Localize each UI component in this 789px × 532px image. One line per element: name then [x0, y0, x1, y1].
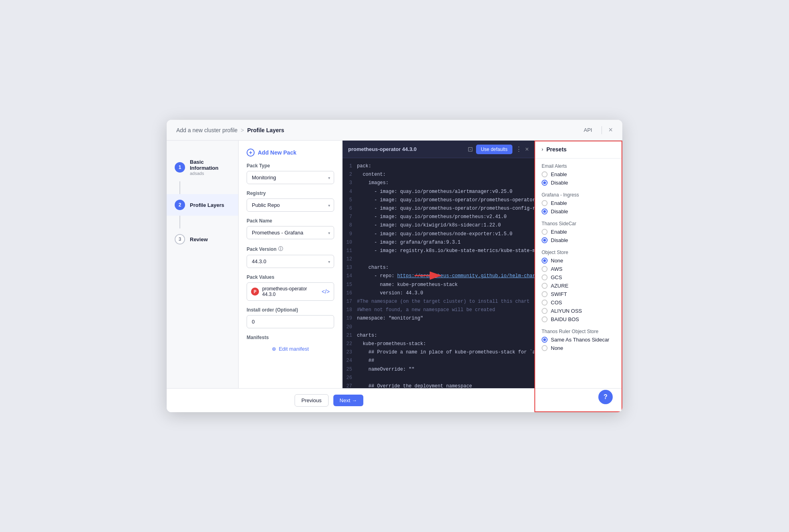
preset-section-email-alerts: Email AlertsEnableDisable: [542, 163, 616, 186]
radio-label: Disable: [551, 237, 568, 243]
radio-item-thanos-ruler-object-store-none[interactable]: None: [542, 345, 616, 351]
install-order-input[interactable]: [247, 315, 334, 328]
preset-section-title-email-alerts: Email Alerts: [542, 163, 616, 169]
radio-item-object-store-swift[interactable]: SWIFT: [542, 291, 616, 297]
sidebar: 1 Basic Information adsads 2 Profile Lay…: [167, 141, 239, 412]
edit-manifest-button[interactable]: ⊕ Edit manifest: [247, 343, 334, 355]
radio-item-email-alerts-enable[interactable]: Enable: [542, 171, 616, 177]
add-pack-label: Add New Pack: [258, 149, 296, 156]
step-info-3: Review: [190, 236, 208, 242]
code-line: 19namespace: "monitoring": [343, 314, 534, 323]
breadcrumb-current: Profile Layers: [247, 127, 285, 133]
code-line: 8 - image: quay.io/kiwigrid/k8s-sidecar:…: [343, 221, 534, 230]
pack-version-label-row: Pack Version ⓘ: [247, 246, 334, 252]
radio-item-object-store-azure[interactable]: AZURE: [542, 283, 616, 289]
code-line: 13 charts:: [343, 264, 534, 272]
radio-item-grafana-ingress-disable[interactable]: Disable: [542, 208, 616, 214]
radio-label: GCS: [551, 274, 562, 280]
close-button[interactable]: ×: [608, 126, 613, 134]
code-line: 15 name: kube-prometheus-stack: [343, 281, 534, 289]
editor-more-icon[interactable]: ⋮: [516, 145, 522, 153]
radio-circle-icon: [542, 300, 548, 306]
step-badge-2: 2: [175, 200, 185, 210]
api-button[interactable]: API: [581, 125, 596, 135]
radio-group-email-alerts: EnableDisable: [542, 171, 616, 186]
code-line: 17#The namespace (on the target cluster)…: [343, 298, 534, 306]
manifests-field: Manifests ⊕ Edit manifest: [247, 335, 334, 355]
code-line: 23 ## Provide a name in place of kube-pr…: [343, 348, 534, 357]
add-pack-title: + Add New Pack: [247, 149, 334, 157]
editor-expand-icon[interactable]: ⊡: [468, 145, 473, 153]
radio-item-thanos-sidecar-disable[interactable]: Disable: [542, 237, 616, 243]
radio-item-grafana-ingress-enable[interactable]: Enable: [542, 200, 616, 206]
code-line: 25 nameOverride: "": [343, 365, 534, 374]
editor-title: prometheus-operator 44.3.0: [348, 146, 416, 152]
previous-button[interactable]: Previous: [295, 394, 329, 407]
code-line: 26: [343, 374, 534, 382]
use-defaults-button[interactable]: Use defaults: [476, 145, 512, 154]
radio-circle-icon: [542, 274, 548, 280]
preset-section-thanos-sidecar: Thanos SideCarEnableDisable: [542, 221, 616, 243]
radio-dot: [543, 239, 546, 242]
radio-item-thanos-sidecar-enable[interactable]: Enable: [542, 229, 616, 235]
install-order-field: Install order (Optional): [247, 307, 334, 328]
step-badge-3: 3: [175, 234, 185, 244]
presets-body: Email AlertsEnableDisableGrafana - Ingre…: [535, 159, 622, 356]
registry-select[interactable]: Public Repo: [247, 199, 334, 212]
radio-dot: [543, 210, 546, 213]
radio-circle-icon: [542, 308, 548, 314]
titlebar: Add a new cluster profile > Profile Laye…: [167, 120, 622, 141]
pack-type-field: Pack Type Monitoring ▾: [247, 163, 334, 184]
sidebar-item-review[interactable]: 3 Review: [167, 228, 238, 250]
pack-type-select[interactable]: Monitoring: [247, 171, 334, 184]
radio-label: Enable: [551, 229, 567, 235]
code-line: 18#When not found, a new namespace will …: [343, 306, 534, 314]
radio-item-object-store-gcs[interactable]: GCS: [542, 274, 616, 280]
radio-dot: [543, 259, 546, 262]
sidebar-item-basic-information[interactable]: 1 Basic Information adsads: [167, 153, 238, 181]
radio-circle-icon: [542, 258, 548, 264]
radio-group-grafana-ingress: EnableDisable: [542, 200, 616, 214]
pack-name-select[interactable]: Prometheus - Grafana: [247, 226, 334, 239]
radio-circle-icon: [542, 337, 548, 343]
pack-name-value: prometheus-operator 44.3.0: [262, 286, 319, 297]
radio-group-object-store: NoneAWSGCSAZURESWIFTCOSALIYUN OSSBAIDU B…: [542, 258, 616, 322]
pack-version-select[interactable]: 44.3.0: [247, 255, 334, 268]
presets-panel: › Presets Email AlertsEnableDisableGrafa…: [534, 141, 622, 356]
code-line: 12: [343, 255, 534, 264]
radio-label: None: [551, 258, 563, 264]
editor-close-icon[interactable]: ×: [525, 146, 529, 153]
step-label-3: Review: [190, 236, 208, 242]
manifests-label: Manifests: [247, 335, 334, 340]
radio-item-object-store-aliyun-oss[interactable]: ALIYUN OSS: [542, 308, 616, 314]
pack-name-select-wrapper: Prometheus - Grafana ▾: [247, 226, 334, 239]
sidebar-item-profile-layers[interactable]: 2 Profile Layers: [167, 194, 238, 216]
breadcrumb-separator: >: [241, 127, 244, 133]
radio-item-thanos-ruler-object-store-same-as-thanos-sidecar[interactable]: Same As Thanos Sidecar: [542, 337, 616, 343]
code-line: 10 - image: grafana/grafana:9.3.1: [343, 238, 534, 247]
registry-field: Registry Public Repo ▾: [247, 191, 334, 212]
presets-title: Presets: [546, 146, 567, 153]
code-line: 2 content:: [343, 171, 534, 179]
radio-item-object-store-none[interactable]: None: [542, 258, 616, 264]
code-line: 9 - image: quay.io/prometheus/node-expor…: [343, 230, 534, 238]
radio-item-object-store-aws[interactable]: AWS: [542, 266, 616, 272]
radio-label: COS: [551, 300, 562, 306]
pack-version-select-wrapper: 44.3.0 ▾: [247, 255, 334, 268]
next-button[interactable]: Next →: [333, 395, 363, 406]
radio-label: Same As Thanos Sidecar: [551, 337, 609, 343]
radio-circle-icon: [542, 200, 548, 206]
code-line: 7 - image: quay.io/prometheus/prometheus…: [343, 213, 534, 221]
code-edit-icon[interactable]: </>: [322, 288, 330, 295]
preset-section-title-grafana-ingress: Grafana - Ingress: [542, 192, 616, 198]
radio-item-object-store-baidu-bos[interactable]: BAIDU BOS: [542, 316, 616, 322]
chevron-right-icon: ›: [542, 147, 543, 152]
content-area: 1 Basic Information adsads 2 Profile Lay…: [167, 141, 622, 412]
bottom-nav: Previous Next →: [167, 388, 622, 412]
radio-item-email-alerts-disable[interactable]: Disable: [542, 180, 616, 186]
radio-item-object-store-cos[interactable]: COS: [542, 300, 616, 306]
radio-circle-icon: [542, 266, 548, 272]
editor-area: prometheus-operator 44.3.0 ⊡ Use default…: [343, 141, 622, 412]
help-button[interactable]: ?: [598, 390, 613, 404]
pack-icon-red: P: [251, 288, 259, 296]
